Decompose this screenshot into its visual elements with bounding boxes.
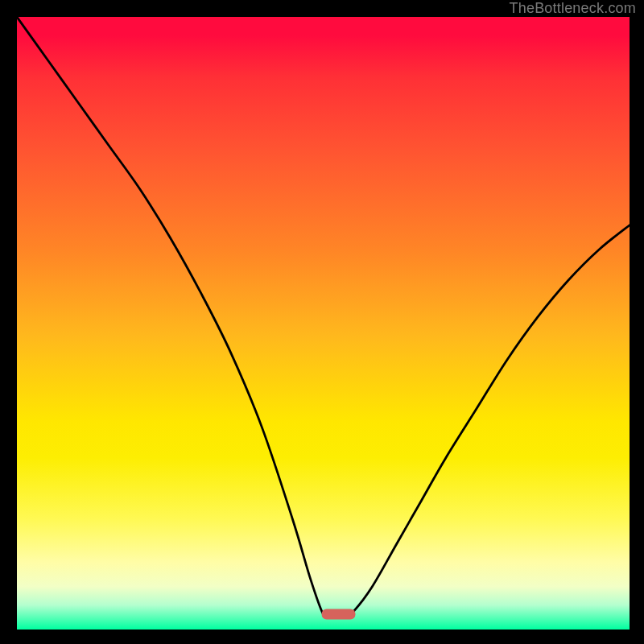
chart-frame: TheBottleneck.com — [0, 0, 644, 644]
watermark-text: TheBottleneck.com — [510, 0, 636, 17]
left-curve — [17, 17, 329, 617]
plot-area — [17, 17, 630, 630]
optimal-marker — [322, 609, 356, 619]
right-curve — [348, 225, 630, 614]
chart-svg — [17, 17, 630, 630]
